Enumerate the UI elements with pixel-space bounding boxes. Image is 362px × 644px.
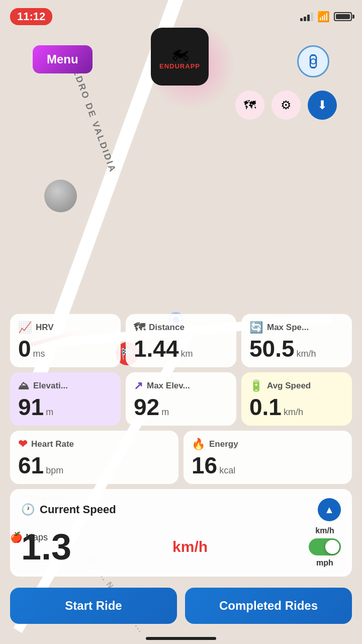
download-action-button[interactable]: ⬇ <box>308 91 337 120</box>
watch-icon <box>306 54 320 68</box>
max-elev-unit: m <box>161 407 169 418</box>
chevron-up-icon: ▲ <box>324 504 334 516</box>
elevation-icon: ⛰ <box>18 379 29 392</box>
energy-icon: 🔥 <box>192 438 205 451</box>
speed-bottom: 1.3 km/h km/h mph <box>21 526 341 568</box>
status-icons: 📶 <box>300 11 352 23</box>
stat-card-max-speed: 🔄 Max Spe... 50.5 km/h <box>241 314 352 367</box>
battery-icon <box>334 12 352 21</box>
stat-header-hrv: 📈 HRV <box>18 321 113 334</box>
logo-text-endur: ENDUR <box>159 62 185 70</box>
bottom-actions: Start Ride Completed Rides <box>0 583 362 624</box>
distance-label: Distance <box>149 323 185 333</box>
energy-value-row: 16 kcal <box>192 454 344 477</box>
stat-card-heart-rate: ❤ Heart Rate 61 bpm <box>10 431 178 484</box>
stat-card-energy: 🔥 Energy 16 kcal <box>184 431 352 484</box>
svg-rect-2 <box>311 54 315 56</box>
speed-unit-toggle-group: km/h mph <box>309 526 341 568</box>
stats-row-1: 📈 HRV 0 ms 🗺 Distance 1.44 km <box>10 314 352 367</box>
signal-bar-3 <box>307 15 310 21</box>
signal-bar-2 <box>304 17 306 21</box>
max-speed-value: 50.5 <box>249 337 295 360</box>
settings-action-button[interactable]: ⚙ <box>272 91 301 120</box>
bottom-bar-container: 🍎 Maps Start Ride Completed Rides <box>0 583 362 624</box>
svg-rect-3 <box>311 67 315 68</box>
avg-speed-value: 0.1 <box>249 395 282 419</box>
signal-bars <box>300 12 313 21</box>
max-elev-icon: ↗ <box>134 379 143 392</box>
settings-icon: ⚙ <box>281 98 292 112</box>
avg-speed-icon: 🔋 <box>249 379 263 392</box>
max-speed-icon: 🔄 <box>249 321 263 334</box>
toggle-knob <box>325 540 339 554</box>
elevation-unit: m <box>46 407 53 418</box>
toggle-mph-label: mph <box>316 558 333 568</box>
speed-title-row: 🕐 Current Speed <box>21 503 116 516</box>
stat-header-max-speed: 🔄 Max Spe... <box>249 321 344 334</box>
max-speed-label: Max Spe... <box>267 323 309 333</box>
hrv-label: HRV <box>36 323 54 333</box>
elevation-value: 91 <box>18 395 44 419</box>
speed-card: 🕐 Current Speed ▲ 1.3 km/h km/h mph <box>10 489 352 577</box>
toggle-kmh-label: km/h <box>315 526 334 535</box>
bottom-panel: 📈 HRV 0 ms 🗺 Distance 1.44 km <box>0 314 362 644</box>
completed-rides-button[interactable]: Completed Rides <box>185 588 352 624</box>
action-buttons-row: 🗺 ⚙ ⬇ <box>235 91 337 120</box>
battery-fill <box>336 14 350 19</box>
menu-button[interactable]: Menu <box>33 45 93 73</box>
download-icon: ⬇ <box>317 98 327 112</box>
map-icon: 🗺 <box>244 98 256 112</box>
hrv-icon: 📈 <box>18 321 32 334</box>
max-speed-value-row: 50.5 km/h <box>249 337 344 360</box>
logo-bike-icon: 🏍 <box>170 43 190 62</box>
speed-unit-toggle[interactable] <box>309 538 341 555</box>
speed-card-header: 🕐 Current Speed ▲ <box>21 498 341 521</box>
stat-header-elevation: ⛰ Elevati... <box>18 379 113 392</box>
max-speed-unit: km/h <box>297 349 316 359</box>
stat-header-max-elev: ↗ Max Elev... <box>134 379 228 392</box>
stats-row-3: ❤ Heart Rate 61 bpm 🔥 Energy 16 kcal <box>10 431 352 484</box>
maps-credit: 🍎 Maps <box>10 531 48 543</box>
maps-credit-label: Maps <box>26 532 48 543</box>
hrv-value-row: 0 ms <box>18 337 113 360</box>
heart-rate-value: 61 <box>18 454 44 477</box>
heart-rate-unit: bpm <box>46 465 63 476</box>
chevron-up-button[interactable]: ▲ <box>318 498 341 521</box>
energy-label: Energy <box>209 439 238 449</box>
stat-header-heart-rate: ❤ Heart Rate <box>18 438 170 451</box>
max-elev-value: 92 <box>134 395 159 419</box>
hrv-unit: ms <box>33 349 45 359</box>
max-elev-label: Max Elev... <box>147 381 190 391</box>
map-action-button[interactable]: 🗺 <box>235 91 264 120</box>
stats-row-2: ⛰ Elevati... 91 m ↗ Max Elev... 92 m <box>10 372 352 426</box>
stat-card-max-elevation: ↗ Max Elev... 92 m <box>126 372 236 426</box>
apple-logo-icon: 🍎 <box>10 531 23 543</box>
wifi-icon: 📶 <box>317 11 330 23</box>
top-right-circle-button[interactable] <box>297 45 329 77</box>
heart-rate-value-row: 61 bpm <box>18 454 170 477</box>
stats-cards: 📈 HRV 0 ms 🗺 Distance 1.44 km <box>0 314 362 484</box>
stat-card-hrv: 📈 HRV 0 ms <box>10 314 121 367</box>
hrv-value: 0 <box>18 337 31 360</box>
stat-card-elevation: ⛰ Elevati... 91 m <box>10 372 121 426</box>
stat-header-distance: 🗺 Distance <box>134 321 228 334</box>
current-speed-icon: 🕐 <box>21 503 35 516</box>
status-bar: 11:12 📶 <box>0 0 362 28</box>
avg-speed-label: Avg Speed <box>267 381 311 391</box>
distance-value: 1.44 <box>134 337 179 360</box>
heart-rate-label: Heart Rate <box>31 439 74 449</box>
signal-bar-4 <box>311 13 313 21</box>
logo-text-app: APP <box>185 62 200 70</box>
avg-speed-unit: km/h <box>284 407 303 418</box>
distance-icon: 🗺 <box>134 321 145 334</box>
max-elev-value-row: 92 m <box>134 395 228 419</box>
distance-value-row: 1.44 km <box>134 337 228 360</box>
distance-unit: km <box>181 349 193 359</box>
heart-rate-icon: ❤ <box>18 438 27 451</box>
start-ride-button[interactable]: Start Ride <box>10 588 177 624</box>
elevation-label: Elevati... <box>33 381 68 391</box>
logo-text: ENDURAPP <box>159 62 200 70</box>
road-label-1: PEDRO DE VALDIDIA <box>68 60 118 175</box>
stat-card-distance: 🗺 Distance 1.44 km <box>126 314 236 367</box>
elevation-value-row: 91 m <box>18 395 113 419</box>
